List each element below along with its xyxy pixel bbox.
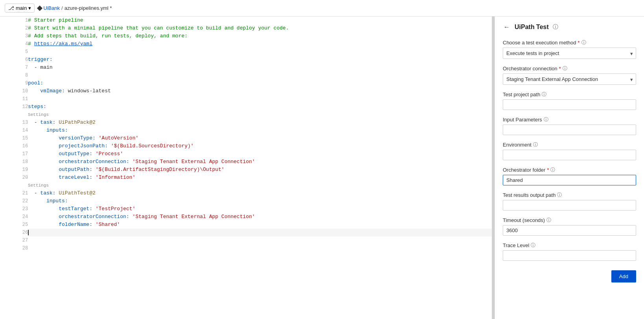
text-cursor: [28, 230, 29, 235]
execution-method-select-wrapper: Execute tests in project Execute test se…: [503, 48, 636, 59]
environment-label: Environment ⓘ: [503, 141, 636, 148]
line-number: 23: [0, 205, 28, 213]
table-row: 18 orchestratorConnection: 'Staging Tena…: [0, 158, 492, 166]
code-section: Settings: [28, 112, 49, 117]
input-parameters-label: Input Parameters ⓘ: [503, 116, 636, 123]
timeout-group: Timeout (seconds) ⓘ: [503, 217, 636, 236]
line-number: 5: [0, 48, 28, 56]
code-text: -: [28, 119, 40, 125]
branch-icon: ⎇: [8, 5, 14, 11]
line-number: 24: [0, 213, 28, 221]
code-text: projectJsonPath:: [59, 143, 108, 149]
test-project-path-label: Test project path ⓘ: [503, 91, 636, 98]
orchestrator-folder-required: *: [547, 167, 549, 173]
breadcrumb-repo[interactable]: UiBank: [43, 5, 60, 11]
code-line: trigger:: [28, 56, 492, 64]
line-number: 13: [0, 119, 28, 126]
code-link[interactable]: https://aka.ms/yaml: [34, 41, 92, 47]
table-row: 27: [0, 236, 492, 244]
code-text: [28, 151, 59, 157]
code-text: vmImage:: [40, 88, 65, 94]
line-number: 10: [0, 87, 28, 95]
orchestrator-connection-group: Orchestrator connection * ⓘ Staging Tena…: [503, 65, 636, 85]
test-results-input[interactable]: [503, 200, 636, 211]
panel-header: ← UiPath Test ⓘ: [503, 23, 636, 31]
code-text: [28, 143, 59, 149]
code-text: [92, 206, 96, 212]
code-line: inputs:: [28, 197, 492, 205]
orchestrator-connection-select-wrapper: Staging Tenant External App Connection ▾: [503, 73, 636, 85]
code-line: orchestratorConnection: 'Staging Tenant …: [28, 158, 492, 166]
table-row: 13 - task: UiPathPack@2: [0, 119, 492, 126]
code-line: testTarget: 'TestProject': [28, 205, 492, 213]
trace-level-input[interactable]: [503, 250, 636, 261]
code-line: steps:: [28, 103, 492, 111]
table-row: 28: [0, 244, 492, 252]
line-number: 4: [0, 40, 28, 48]
code-line: [28, 236, 492, 244]
panel-back-button[interactable]: ←: [503, 23, 511, 31]
code-text: 'TestProject': [96, 206, 135, 212]
table-row: 8: [0, 72, 492, 79]
line-number: 8: [0, 72, 28, 79]
table-row: 25 folderName: 'Shared': [0, 221, 492, 229]
test-results-label: Test results output path ⓘ: [503, 192, 636, 198]
code-text: [28, 222, 59, 227]
code-line: orchestratorConnection: 'Staging Tenant …: [28, 213, 492, 221]
code-text: UiPathTest@2: [59, 190, 96, 196]
code-line: [28, 95, 492, 103]
input-parameters-input[interactable]: [503, 125, 636, 135]
line-number: 26: [0, 229, 28, 236]
timeout-input[interactable]: [503, 225, 636, 236]
line-number: 1: [0, 16, 28, 24]
execution-method-group: Choose a test execution method * ⓘ Execu…: [503, 39, 636, 59]
code-text: [96, 135, 99, 141]
orchestrator-connection-select[interactable]: Staging Tenant External App Connection: [503, 73, 636, 85]
test-project-path-input[interactable]: [503, 99, 636, 110]
test-results-info-icon: ⓘ: [557, 192, 562, 198]
code-text: [92, 167, 96, 172]
line-number: 20: [0, 174, 28, 182]
execution-method-required: *: [578, 40, 579, 46]
code-text: outputType:: [59, 151, 92, 157]
code-text: windows-latest: [65, 88, 111, 94]
orchestrator-connection-label: Orchestrator connection * ⓘ: [503, 65, 636, 72]
table-row: 22 inputs:: [0, 197, 492, 205]
code-text: main: [40, 64, 52, 70]
table-row: 3 # Add steps that build, run tests, dep…: [0, 32, 492, 40]
add-button[interactable]: Add: [611, 270, 636, 282]
code-text: [92, 174, 96, 180]
table-row: Settings: [0, 182, 492, 189]
code-text: #: [28, 41, 34, 47]
orchestrator-folder-info-icon: ⓘ: [550, 167, 555, 173]
table-row: 20 traceLevel: 'Information': [0, 174, 492, 182]
orchestrator-folder-input[interactable]: [503, 175, 636, 185]
branch-selector[interactable]: ⎇ main ▾: [5, 4, 35, 13]
line-number: 3: [0, 32, 28, 40]
code-line: Settings: [28, 111, 492, 119]
branch-chevron: ▾: [28, 5, 31, 11]
line-number: 14: [0, 126, 28, 134]
table-row: 19 outputPath: '$(Build.ArtifactStagingD…: [0, 166, 492, 174]
editor-pane[interactable]: 1 # Starter pipeline 2 # Start with a mi…: [0, 16, 492, 319]
code-text-and: and: [160, 33, 169, 39]
environment-info-icon: ⓘ: [533, 141, 538, 148]
code-line: inputs:: [28, 126, 492, 134]
code-text: [28, 167, 59, 172]
timeout-info-icon: ⓘ: [546, 217, 551, 224]
code-text: orchestratorConnection:: [59, 159, 129, 165]
environment-input[interactable]: [503, 150, 636, 160]
table-row: 15 versionType: 'AutoVersion': [0, 134, 492, 142]
execution-method-select[interactable]: Execute tests in project Execute test se…: [503, 48, 636, 59]
code-line: pool:: [28, 79, 492, 87]
test-project-path-group: Test project path ⓘ: [503, 91, 636, 110]
line-number: 16: [0, 142, 28, 150]
main-area: 1 # Starter pipeline 2 # Start with a mi…: [0, 16, 644, 319]
line-number: 18: [0, 158, 28, 166]
code-text: [28, 214, 59, 220]
orchestrator-connection-required: *: [559, 66, 561, 72]
line-number: 19: [0, 166, 28, 174]
code-text: folderName:: [59, 222, 92, 227]
code-text: -: [28, 64, 40, 70]
code-text: [28, 159, 59, 165]
